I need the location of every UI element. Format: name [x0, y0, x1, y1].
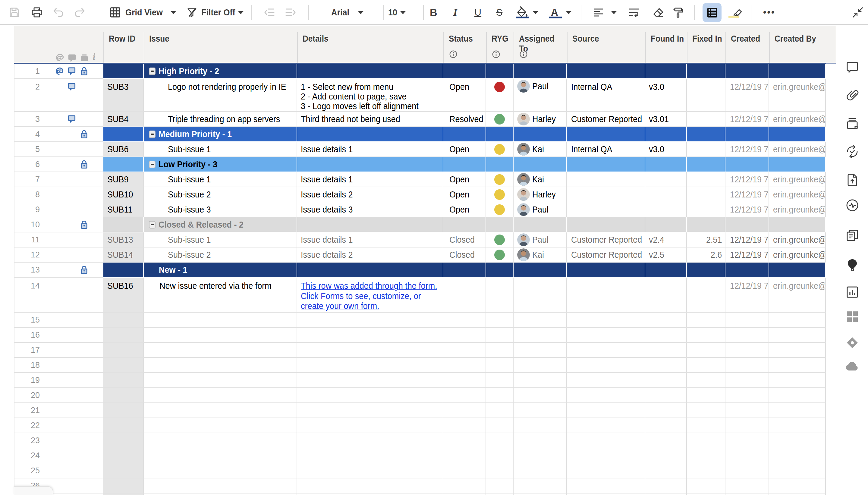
svg-text:A: A	[551, 7, 558, 18]
